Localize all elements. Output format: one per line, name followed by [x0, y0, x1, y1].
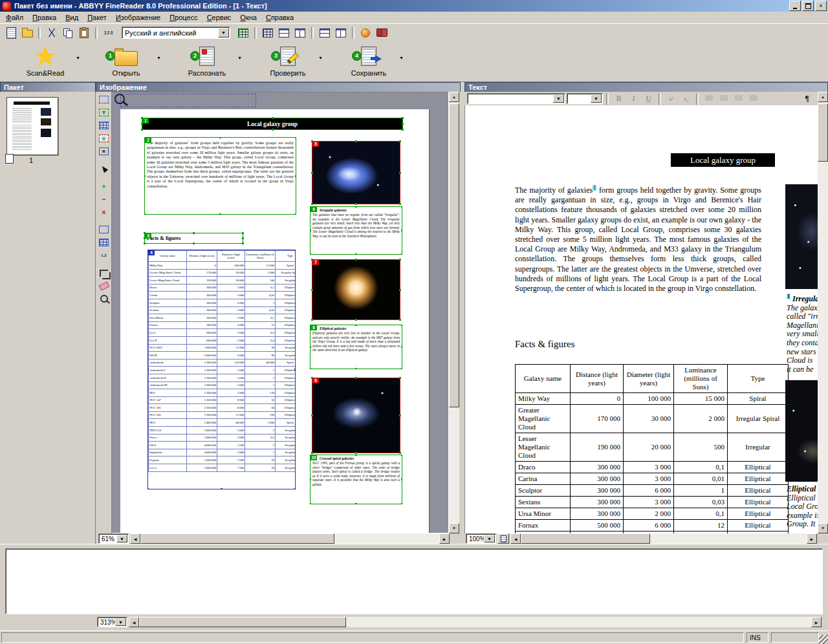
- fit-page-button[interactable]: [497, 533, 509, 544]
- cut-button[interactable]: [45, 26, 59, 40]
- scroll-left-icon[interactable]: ◀: [510, 533, 521, 544]
- scroll-right-icon[interactable]: ▶: [439, 533, 450, 544]
- zone-caption-irregular[interactable]: 6 Irregular galaxies The galaxies that h…: [310, 206, 402, 255]
- scroll-right-icon[interactable]: ▶: [807, 533, 817, 544]
- align-right-button[interactable]: [732, 93, 745, 105]
- italic-button[interactable]: I: [627, 93, 640, 105]
- scroll-thumb[interactable]: [140, 533, 334, 544]
- page-image-button[interactable]: [293, 26, 307, 40]
- text-zone-tool[interactable]: T: [98, 107, 111, 118]
- combo-dropdown-icon[interactable]: ▼: [218, 28, 229, 38]
- zone-caption-elliptical[interactable]: 8 Elliptical galaxies Elliptical galaxie…: [310, 325, 402, 369]
- scroll-track[interactable]: [140, 533, 439, 544]
- scan-read-dropdown-icon[interactable]: ▾: [74, 55, 82, 61]
- combo-dropdown-icon[interactable]: ▼: [115, 618, 126, 626]
- pointer-tool[interactable]: [98, 163, 111, 175]
- scroll-track[interactable]: [818, 102, 828, 523]
- help-button[interactable]: [375, 26, 389, 40]
- save-dropdown-icon[interactable]: ▾: [397, 55, 406, 61]
- underline-button[interactable]: U: [642, 93, 655, 105]
- zone-intro-text[interactable]: 2 The majority of galaxies1 form groups …: [144, 137, 296, 215]
- add-zone-part-tool[interactable]: +: [98, 180, 111, 192]
- menu-item[interactable]: Файл: [1, 12, 28, 23]
- zoom-window-zoom-combo[interactable]: 313% ▼: [97, 617, 127, 627]
- zone-facts-heading[interactable]: 3 Facts & figures: [144, 233, 243, 244]
- zone-photo-irregular-galaxy[interactable]: 5: [312, 141, 400, 204]
- scroll-left-icon[interactable]: ◀: [129, 617, 139, 627]
- align-left-button[interactable]: [702, 93, 715, 105]
- combo-dropdown-icon[interactable]: ▼: [116, 535, 127, 542]
- marquee-zone-tool[interactable]: [98, 94, 111, 105]
- combo-dropdown-icon[interactable]: ▼: [591, 94, 602, 103]
- split-zone-tool[interactable]: [98, 237, 111, 248]
- minimize-button[interactable]: [789, 1, 801, 11]
- menu-item[interactable]: Изображение: [111, 12, 165, 23]
- menu-item[interactable]: Окна: [235, 12, 261, 23]
- bold-button[interactable]: B: [612, 93, 626, 105]
- combo-dropdown-icon[interactable]: ▼: [484, 535, 495, 542]
- zone-title[interactable]: 1 Local galaxy group: [142, 118, 403, 130]
- menu-item[interactable]: Справка: [261, 12, 298, 23]
- font-size-combo[interactable]: ▼: [567, 93, 603, 104]
- subscript-button[interactable]: x₂: [679, 93, 693, 105]
- restore-button[interactable]: [802, 1, 814, 11]
- image-vertical-scrollbar[interactable]: ▲ ▼: [449, 92, 459, 533]
- menu-item[interactable]: Вид: [61, 12, 83, 23]
- scroll-down-icon[interactable]: ▼: [818, 523, 828, 533]
- scroll-right-icon[interactable]: ▶: [811, 617, 822, 627]
- picture-zone-tool[interactable]: [98, 133, 111, 144]
- table-zone-tool[interactable]: [98, 120, 111, 131]
- scroll-up-icon[interactable]: ▲: [449, 92, 459, 102]
- zone-photo-elliptical-galaxy[interactable]: 7: [312, 259, 400, 320]
- recognized-text-view[interactable]: Local galaxy group The majority of galax…: [464, 105, 818, 533]
- recognize-zone-tool[interactable]: R: [98, 145, 111, 157]
- resize-grip[interactable]: [819, 635, 828, 644]
- scan-read-button[interactable]: Scan&Read: [17, 45, 74, 77]
- image-canvas[interactable]: 1 Local galaxy group 2 The majority of g…: [111, 92, 449, 533]
- zone-table[interactable]: 4 Galaxy nameDistance (light years)Diame…: [147, 250, 296, 489]
- magnifier-tool[interactable]: [98, 293, 111, 305]
- scroll-left-icon[interactable]: ◀: [130, 533, 140, 544]
- scroll-track[interactable]: [521, 533, 807, 544]
- check-spelling-button[interactable]: 3 Проверить: [259, 45, 316, 77]
- scroll-thumb[interactable]: [139, 617, 346, 627]
- zoom-window-view[interactable]: [5, 548, 823, 614]
- crop-tool[interactable]: [98, 267, 111, 279]
- new-batch-button[interactable]: [4, 26, 18, 40]
- image-zoom-combo[interactable]: 61% ▼: [98, 533, 129, 544]
- add-table-zone-button[interactable]: [236, 26, 250, 40]
- delete-zone-tool[interactable]: ×: [98, 206, 111, 218]
- font-name-combo[interactable]: ▼: [467, 93, 565, 104]
- scroll-thumb[interactable]: [449, 103, 459, 407]
- open-batch-button[interactable]: [20, 26, 34, 40]
- analyze-layout-button[interactable]: [261, 26, 275, 40]
- menu-item[interactable]: Правка: [28, 12, 61, 23]
- options-button[interactable]: [358, 26, 373, 40]
- scroll-track[interactable]: [449, 102, 459, 523]
- scroll-track[interactable]: [139, 617, 811, 627]
- scroll-thumb[interactable]: [818, 103, 828, 162]
- selection-marquee[interactable]: [120, 94, 256, 107]
- text-vertical-scrollbar[interactable]: ▲ ▼: [818, 92, 828, 533]
- menu-item[interactable]: Сервис: [202, 12, 236, 23]
- window-vertical-button[interactable]: [334, 26, 348, 40]
- open-dropdown-icon[interactable]: ▾: [155, 55, 163, 61]
- open-image-button[interactable]: 1 Открыть: [98, 45, 155, 77]
- copy-button[interactable]: [61, 26, 75, 40]
- window-horizontal-button[interactable]: [318, 26, 332, 40]
- renumber-zones-tool[interactable]: 1,2: [98, 250, 111, 261]
- cut-zone-part-tool[interactable]: −: [98, 193, 111, 205]
- menu-item[interactable]: Пакет: [83, 12, 111, 23]
- recognize-dropdown-icon[interactable]: ▾: [235, 55, 244, 61]
- paste-button[interactable]: [77, 26, 91, 40]
- text-zoom-combo[interactable]: 100% ▼: [466, 533, 496, 544]
- align-center-button[interactable]: [717, 93, 730, 105]
- scroll-up-icon[interactable]: ▲: [818, 92, 828, 102]
- scroll-thumb[interactable]: [521, 533, 650, 544]
- zone-caption-crossed-spiral[interactable]: 10 Crossed spiral galaxies NGC 1365, par…: [310, 455, 402, 504]
- page-thumbnail[interactable]: [6, 97, 58, 155]
- check-dropdown-icon[interactable]: ▾: [316, 55, 325, 61]
- merge-zones-tool[interactable]: [98, 224, 111, 235]
- menu-item[interactable]: Процесс: [165, 12, 202, 23]
- eraser-tool[interactable]: [98, 280, 111, 292]
